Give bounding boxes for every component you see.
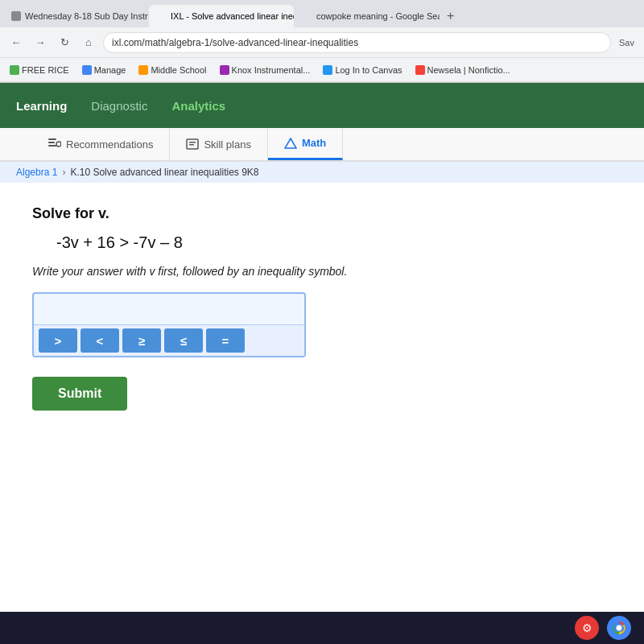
greater-than-button[interactable]: >	[39, 328, 77, 353]
svg-marker-7	[285, 138, 296, 148]
answer-container: > < ≥ ≤ =	[32, 292, 306, 357]
bookmark-canvas-label: Log In to Canvas	[335, 65, 402, 75]
back-button[interactable]: ←	[6, 33, 26, 52]
free-rice-favicon	[10, 65, 19, 75]
bookmark-knox[interactable]: Knox Instrumental...	[217, 64, 314, 76]
svg-rect-2	[48, 145, 56, 147]
bookmarks-bar: FREE RICE Manage Middle School Knox Inst…	[0, 58, 644, 82]
svg-point-3	[56, 142, 61, 147]
bookmark-middle-school-label: Middle School	[151, 65, 206, 75]
canvas-favicon	[323, 65, 332, 75]
middle-school-favicon	[138, 65, 148, 75]
knox-favicon	[220, 65, 229, 75]
submit-button[interactable]: Submit	[32, 377, 127, 411]
ixl-subnav: Recommendations Skill plans Math	[0, 128, 644, 162]
subnav-math[interactable]: Math	[268, 128, 343, 160]
refresh-button[interactable]: ↻	[55, 33, 74, 52]
answer-input-row	[34, 294, 304, 324]
bookmark-manage-label: Manage	[94, 65, 126, 75]
newsela-favicon	[415, 65, 425, 75]
subnav-recommendations[interactable]: Recommendations	[32, 128, 170, 160]
bookmark-newsela-label: Newsela | Nonfictio...	[427, 65, 510, 75]
tab-bar: Wednesday 8-18 Sub Day Instru... ✕ IXL -…	[0, 0, 644, 27]
tab2-label: IXL - Solve advanced linear ineq...	[171, 11, 294, 21]
svg-rect-5	[189, 142, 196, 143]
problem-title: Solve for v.	[32, 205, 612, 222]
ixl-header: Learning Diagnostic Analytics	[0, 83, 644, 128]
svg-rect-1	[48, 142, 55, 143]
tab-2[interactable]: IXL - Solve advanced linear ineq... ✕	[149, 5, 294, 27]
tab-3[interactable]: cowpoke meaning - Google Sear... ✕	[295, 5, 440, 27]
tab1-favicon	[11, 11, 21, 21]
taskbar-icon-google[interactable]	[607, 616, 631, 640]
subnav-recommendations-label: Recommendations	[66, 138, 153, 151]
bookmark-free-rice[interactable]: FREE RICE	[6, 64, 72, 76]
equation: -3v + 16 > -7v – 8	[56, 233, 612, 252]
greater-equal-button[interactable]: ≥	[122, 328, 161, 353]
answer-input[interactable]	[34, 294, 304, 324]
svg-rect-0	[48, 138, 56, 140]
forward-button[interactable]: →	[31, 33, 50, 52]
skill-plans-icon	[186, 138, 199, 150]
equal-button[interactable]: =	[206, 328, 245, 353]
subnav-skill-plans[interactable]: Skill plans	[170, 128, 268, 160]
bookmark-free-rice-label: FREE RICE	[22, 65, 69, 75]
subnav-math-label: Math	[302, 137, 326, 149]
bookmark-knox-label: Knox Instrumental...	[232, 65, 311, 75]
taskbar-icon-red[interactable]: ⚙	[575, 616, 599, 640]
address-bar-row: ← → ↻ ⌂ Sav	[0, 27, 644, 58]
tab1-label: Wednesday 8-18 Sub Day Instru...	[25, 11, 148, 21]
save-bookmark[interactable]: Sav	[616, 36, 638, 49]
browser-chrome: Wednesday 8-18 Sub Day Instru... ✕ IXL -…	[0, 0, 644, 83]
tab-1[interactable]: Wednesday 8-18 Sub Day Instru... ✕	[3, 5, 148, 27]
nav-analytics[interactable]: Analytics	[171, 96, 225, 116]
svg-rect-6	[189, 144, 194, 146]
breadcrumb-separator: ›	[62, 167, 65, 178]
breadcrumb: Algebra 1 › K.10 Solve advanced linear i…	[0, 162, 644, 183]
symbol-buttons: > < ≥ ≤ =	[34, 324, 304, 356]
less-than-button[interactable]: <	[80, 328, 119, 353]
bookmark-manage[interactable]: Manage	[79, 64, 130, 76]
breadcrumb-parent[interactable]: Algebra 1	[16, 167, 57, 178]
tab2-favicon	[157, 11, 167, 21]
chrome-icon	[612, 621, 626, 635]
manage-favicon	[82, 65, 92, 75]
address-input[interactable]	[103, 32, 611, 53]
tab3-favicon	[303, 11, 312, 21]
home-button[interactable]: ⌂	[79, 33, 98, 52]
nav-diagnostic[interactable]: Diagnostic	[91, 96, 147, 116]
breadcrumb-current: K.10 Solve advanced linear inequalities …	[70, 167, 258, 178]
less-equal-button[interactable]: ≤	[164, 328, 203, 353]
math-icon	[284, 138, 297, 149]
bookmark-middle-school[interactable]: Middle School	[135, 64, 209, 76]
browser-screen: Wednesday 8-18 Sub Day Instru... ✕ IXL -…	[0, 0, 644, 612]
instruction: Write your answer with v first, followed…	[32, 265, 612, 278]
main-content: Solve for v. -3v + 16 > -7v – 8 Write yo…	[0, 183, 644, 433]
subnav-skill-plans-label: Skill plans	[204, 138, 251, 151]
recommendations-icon	[48, 138, 61, 150]
tab3-label: cowpoke meaning - Google Sear...	[316, 11, 440, 21]
svg-point-9	[617, 625, 622, 631]
bookmark-canvas[interactable]: Log In to Canvas	[320, 64, 405, 76]
new-tab-button[interactable]: +	[440, 5, 460, 27]
nav-learning[interactable]: Learning	[16, 96, 67, 116]
taskbar: ⚙	[0, 612, 644, 644]
bookmark-newsela[interactable]: Newsela | Nonfictio...	[412, 64, 514, 76]
page-content: Learning Diagnostic Analytics Recommenda…	[0, 83, 644, 612]
